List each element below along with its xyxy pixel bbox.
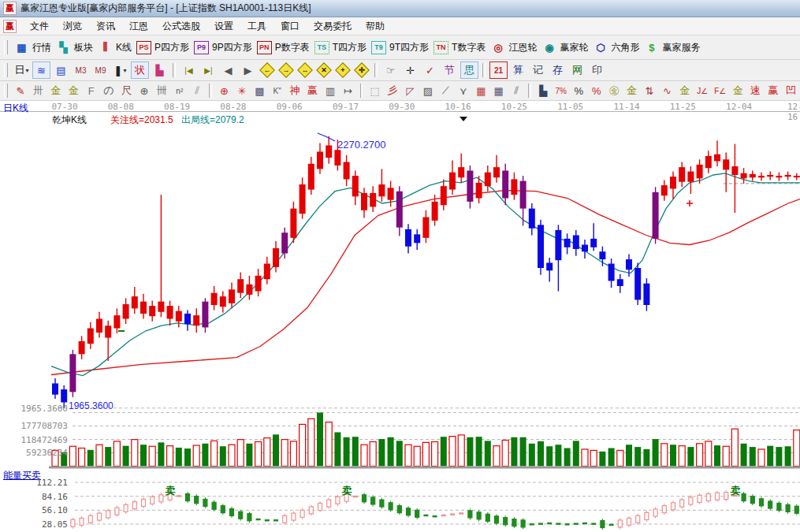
star-ray-tool[interactable]: ✳ bbox=[234, 82, 250, 99]
trend-lines-tool[interactable]: ⟋ bbox=[437, 82, 453, 99]
pencil-tool[interactable]: ✎ bbox=[13, 82, 28, 99]
next-bar-button[interactable]: ▶ bbox=[239, 61, 257, 79]
gann-node-tool[interactable]: 节 bbox=[441, 61, 459, 79]
spiral-tool[interactable]: の bbox=[101, 82, 117, 99]
ying-angle-tool[interactable]: 赢 bbox=[765, 82, 781, 99]
f-line-tool[interactable]: F bbox=[83, 82, 99, 99]
gann-frame-icon[interactable]: 状 bbox=[131, 61, 149, 79]
shift-right-diamond-button[interactable]: → bbox=[277, 61, 295, 79]
hand-drag-tool[interactable]: ☞ bbox=[381, 61, 400, 79]
stats-column-tool[interactable]: ▙ bbox=[535, 82, 551, 99]
price-ladder-tool[interactable]: ▥ bbox=[322, 82, 338, 99]
cycle-circle-tool[interactable]: ⊕ bbox=[136, 82, 152, 99]
menu-item-7[interactable]: 工具 bbox=[240, 18, 273, 34]
price-plot[interactable] bbox=[0, 101, 800, 532]
crosshair-tool[interactable]: ✛ bbox=[401, 61, 419, 79]
gold-circle-tool[interactable]: ㊎ bbox=[606, 82, 622, 99]
menu-item-10[interactable]: 帮助 bbox=[359, 18, 392, 34]
dark-grid-tool[interactable]: ▦ bbox=[491, 82, 507, 99]
shen-gann-tool[interactable]: 神 bbox=[287, 82, 303, 99]
p-square-button[interactable]: PSP四方形 bbox=[136, 41, 189, 54]
save-button[interactable]: 存 bbox=[549, 61, 567, 79]
zigzag-chart-icon[interactable]: ≋ bbox=[32, 61, 50, 79]
gann-wheel-button[interactable]: ◎江恩轮 bbox=[490, 40, 537, 55]
v-shape-tool[interactable]: ⋎ bbox=[456, 82, 471, 99]
nine-t-square-button[interactable]: T99T四方形 bbox=[371, 41, 429, 54]
title-bar[interactable]: 赢 赢家江恩专业版[赢家内部服务平台] - [上证指数 SH1A0001-113… bbox=[0, 0, 800, 17]
calendar-21-button[interactable]: 21 bbox=[489, 61, 508, 79]
t-square-button[interactable]: TST四方形 bbox=[314, 41, 367, 54]
print-button[interactable]: 印 bbox=[588, 61, 606, 79]
p-number-table-button[interactable]: PNP数字表 bbox=[257, 41, 310, 54]
menu-item-6[interactable]: 设置 bbox=[207, 18, 240, 34]
gold-angle-tool[interactable]: 金 bbox=[730, 82, 746, 99]
percent-line-tool[interactable]: % bbox=[588, 82, 604, 99]
last-bar-button[interactable]: ▶| bbox=[199, 61, 218, 79]
gold-section-tool[interactable]: 金 bbox=[48, 82, 64, 99]
menu-item-8[interactable]: 窗口 bbox=[273, 18, 307, 34]
menu-item-2[interactable]: 浏览 bbox=[56, 18, 89, 34]
compress-diamond-button[interactable]: ✕ bbox=[315, 61, 333, 79]
spider-web-tool[interactable]: ▩ bbox=[251, 82, 267, 99]
gold-band-tool[interactable]: 金 bbox=[677, 82, 693, 99]
gold-line-tool[interactable]: 金 bbox=[623, 82, 639, 99]
candle-body bbox=[334, 150, 340, 166]
time-span-tool[interactable]: ↦ bbox=[340, 82, 355, 99]
gann-brain-tool[interactable]: 思 bbox=[460, 61, 478, 79]
network-button[interactable]: 网 bbox=[568, 61, 586, 79]
prev-bar-button[interactable]: ◀ bbox=[219, 61, 237, 79]
gann-circle-cross-tool[interactable]: ⊕ bbox=[216, 82, 232, 99]
quad-box-tool[interactable]: 凹 bbox=[783, 82, 798, 99]
menu-item-1[interactable]: 文件 bbox=[23, 18, 56, 34]
updown-arrow-tool[interactable]: ⇅ bbox=[642, 82, 657, 99]
parallel-lines-tool[interactable]: ⫽ bbox=[508, 82, 524, 99]
measure-tool[interactable]: 尺 bbox=[118, 82, 134, 99]
menu-item-9[interactable]: 交易委托 bbox=[307, 18, 359, 34]
fan-box-tool[interactable]: ◸ bbox=[402, 82, 418, 99]
time-grid-tool[interactable]: 卅 bbox=[30, 82, 46, 99]
shift-left-diamond-button[interactable]: ← bbox=[259, 61, 276, 79]
t-number-table-button[interactable]: TNT数字表 bbox=[433, 41, 486, 54]
j-angle-tool[interactable]: J∠ bbox=[694, 82, 710, 99]
percent-tool[interactable]: % bbox=[571, 82, 586, 99]
period-day-selector[interactable]: 日▾ bbox=[13, 61, 31, 79]
andrews-wave-tool[interactable]: ∿ bbox=[659, 82, 675, 99]
candle-body bbox=[670, 177, 676, 188]
bar-count-tool[interactable]: 卌 bbox=[154, 82, 169, 99]
chart-area[interactable]: 07-3008-0808-1908-2809-0609-1709-3010-16… bbox=[0, 101, 800, 532]
rect-box-tool[interactable]: ⬚ bbox=[367, 82, 382, 99]
menu-item-5[interactable]: 公式选股 bbox=[155, 18, 207, 34]
menu-item-4[interactable]: 江恩 bbox=[122, 18, 155, 34]
cross-diamond-button[interactable]: + bbox=[334, 61, 352, 79]
k-quote-tool[interactable]: K" bbox=[270, 82, 285, 99]
percent7-tool[interactable]: 7% bbox=[553, 82, 569, 99]
angle-ruler-tool[interactable]: ⫽ bbox=[189, 82, 205, 99]
info-note-icon[interactable]: ▤ bbox=[52, 61, 70, 79]
winner-service-button[interactable]: $赢家服务 bbox=[644, 40, 700, 55]
red-grid-tool[interactable]: ▦ bbox=[473, 82, 489, 99]
wave-9-icon[interactable]: M9 bbox=[91, 61, 110, 79]
expand-horizontal-diamond-button[interactable]: ↔ bbox=[296, 61, 314, 79]
nine-p-square-button[interactable]: P99P四方形 bbox=[194, 41, 252, 54]
shaded-box-tool[interactable]: ▨ bbox=[420, 82, 436, 99]
speed-angle-tool[interactable]: 速 bbox=[747, 82, 763, 99]
candle-style-selector[interactable]: ❚▾ bbox=[111, 61, 129, 79]
hexagon-button[interactable]: ⬡六角形 bbox=[593, 40, 639, 55]
gann-fan-tool[interactable]: 彡 bbox=[385, 82, 400, 99]
notes-button[interactable]: 记 bbox=[529, 61, 547, 79]
quotes-table-button[interactable]: ▦行情 bbox=[14, 40, 51, 55]
winner-wheel-button[interactable]: ◉赢家轮 bbox=[541, 40, 588, 55]
volume-style-icon[interactable]: ▙ bbox=[151, 61, 169, 79]
kline-button[interactable]: ⫼K线 bbox=[98, 40, 132, 55]
segment-check-tool[interactable]: ✓ bbox=[421, 61, 439, 79]
ying-gann-tool[interactable]: 赢 bbox=[304, 82, 320, 99]
wave-3-icon[interactable]: M3 bbox=[72, 61, 90, 79]
f-angle-tool[interactable]: F∠ bbox=[713, 82, 728, 99]
menu-item-3[interactable]: 资讯 bbox=[89, 18, 122, 34]
gold-price-tool[interactable]: 金 bbox=[65, 82, 81, 99]
sectors-button[interactable]: ▚板块 bbox=[56, 40, 93, 55]
calculator-button[interactable]: 算 bbox=[509, 61, 527, 79]
first-bar-button[interactable]: |◀ bbox=[180, 61, 198, 79]
n2-cycle-tool[interactable]: n² bbox=[172, 82, 188, 99]
center-diamond-button[interactable]: ✣ bbox=[353, 61, 370, 79]
